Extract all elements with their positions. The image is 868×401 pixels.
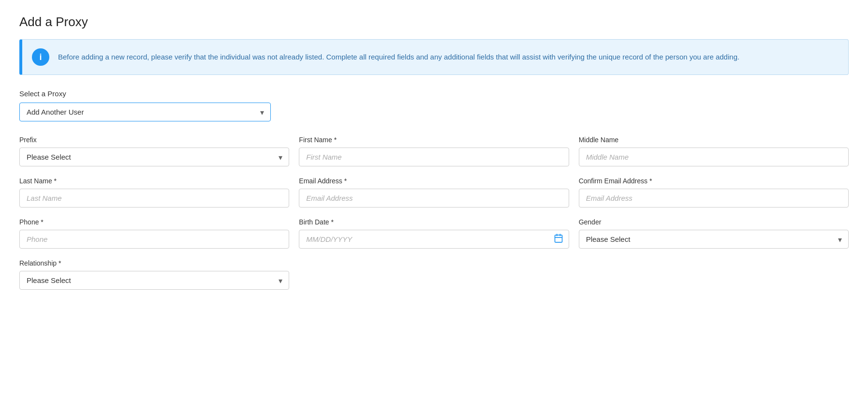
phone-input[interactable] bbox=[19, 230, 289, 249]
gender-label: Gender bbox=[579, 218, 849, 226]
info-banner-text: Before adding a new record, please verif… bbox=[58, 52, 739, 63]
relationship-label: Relationship * bbox=[19, 259, 289, 267]
prefix-group: Prefix Please Select Mr. Mrs. Ms. Dr. bbox=[19, 136, 289, 166]
relationship-group: Relationship * Please Select Spouse Pare… bbox=[19, 259, 289, 290]
info-banner: i Before adding a new record, please ver… bbox=[19, 39, 849, 75]
middle-name-input[interactable] bbox=[579, 148, 849, 166]
phone-label: Phone * bbox=[19, 218, 289, 226]
last-name-label: Last Name * bbox=[19, 177, 289, 185]
birth-date-group: Birth Date * bbox=[299, 218, 569, 249]
form-grid: Prefix Please Select Mr. Mrs. Ms. Dr. Fi… bbox=[19, 136, 849, 300]
proxy-select-label: Select a Proxy bbox=[19, 89, 849, 98]
prefix-label: Prefix bbox=[19, 136, 289, 144]
birth-date-label: Birth Date * bbox=[299, 218, 569, 226]
email-group: Email Address * bbox=[299, 177, 569, 208]
confirm-email-group: Confirm Email Address * bbox=[579, 177, 849, 208]
first-name-label: First Name * bbox=[299, 136, 569, 144]
email-input[interactable] bbox=[299, 189, 569, 208]
middle-name-group: Middle Name bbox=[579, 136, 849, 166]
proxy-select[interactable]: Add Another User bbox=[19, 103, 271, 121]
gender-group: Gender Please Select Male Female Other P… bbox=[579, 218, 849, 249]
info-icon: i bbox=[32, 48, 49, 66]
first-name-input[interactable] bbox=[299, 148, 569, 166]
phone-group: Phone * bbox=[19, 218, 289, 249]
email-label: Email Address * bbox=[299, 177, 569, 185]
first-name-group: First Name * bbox=[299, 136, 569, 166]
confirm-email-input[interactable] bbox=[579, 189, 849, 208]
birth-date-input[interactable] bbox=[299, 230, 569, 249]
confirm-email-label: Confirm Email Address * bbox=[579, 177, 849, 185]
last-name-group: Last Name * bbox=[19, 177, 289, 208]
last-name-input[interactable] bbox=[19, 189, 289, 208]
proxy-select-section: Select a Proxy Add Another User bbox=[19, 89, 849, 121]
prefix-select[interactable]: Please Select Mr. Mrs. Ms. Dr. bbox=[19, 148, 289, 166]
relationship-select[interactable]: Please Select Spouse Parent Child Siblin… bbox=[19, 271, 289, 290]
gender-select[interactable]: Please Select Male Female Other Prefer n… bbox=[579, 230, 849, 249]
page-title: Add a Proxy bbox=[19, 15, 849, 30]
middle-name-label: Middle Name bbox=[579, 136, 849, 144]
